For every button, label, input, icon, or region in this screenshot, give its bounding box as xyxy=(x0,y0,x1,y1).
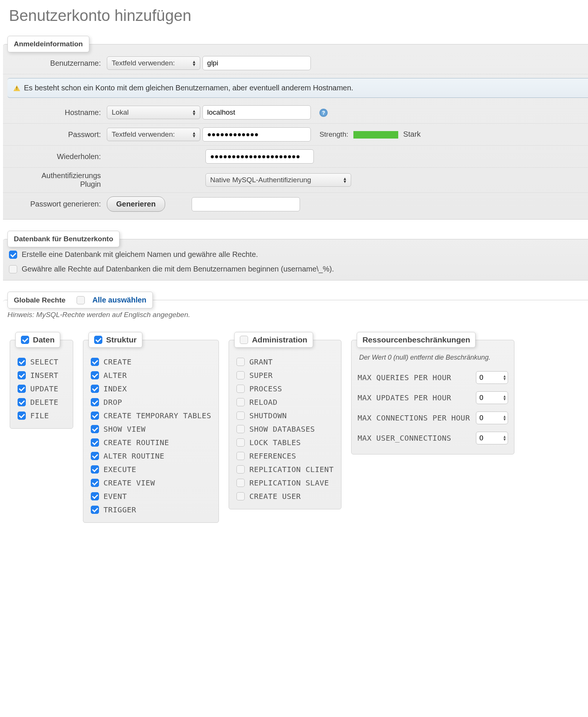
create-same-db-checkbox[interactable] xyxy=(9,251,17,259)
structure-priv-checkbox-4[interactable] xyxy=(91,412,99,420)
structure-priv-checkbox-9[interactable] xyxy=(91,479,99,487)
priv-item: SHOW VIEW xyxy=(89,422,213,436)
priv-item: CREATE USER xyxy=(235,490,335,503)
admin-group-legend: Administration xyxy=(234,332,313,348)
structure-group: StrukturCREATEALTERINDEXDROPCREATE TEMPO… xyxy=(83,340,219,523)
structure-priv-checkbox-11[interactable] xyxy=(91,506,99,514)
priv-item-label: INSERT xyxy=(30,371,58,380)
resource-limit-note: Der Wert 0 (null) entfernt die Beschränk… xyxy=(358,348,508,367)
help-icon[interactable]: ? xyxy=(319,109,328,117)
priv-item-label: UPDATE xyxy=(30,384,58,393)
admin-priv-checkbox-4[interactable] xyxy=(236,412,245,420)
structure-group-legend: Struktur xyxy=(89,332,142,348)
structure-priv-checkbox-5[interactable] xyxy=(91,425,99,433)
priv-item-label: CREATE xyxy=(103,357,131,366)
admin-priv-checkbox-8[interactable] xyxy=(236,465,245,474)
priv-item: CREATE VIEW xyxy=(89,476,213,490)
priv-item-label: CREATE USER xyxy=(249,492,301,501)
structure-priv-checkbox-1[interactable] xyxy=(91,371,99,379)
priv-item: DELETE xyxy=(16,395,67,409)
resource-limit-label: MAX USER_CONNECTIONS xyxy=(358,434,451,443)
strength-bar xyxy=(353,131,398,139)
structure-priv-checkbox-6[interactable] xyxy=(91,438,99,447)
priv-item-label: REPLICATION SLAVE xyxy=(249,478,329,487)
structure-priv-checkbox-2[interactable] xyxy=(91,385,99,393)
hostname-label: Hostname: xyxy=(3,102,104,124)
password-select[interactable]: Textfeld verwenden: ▲▼ xyxy=(107,128,200,141)
password-label: Passwort: xyxy=(3,124,104,146)
retype-label: Wiederholen: xyxy=(3,146,104,168)
priv-item: INSERT xyxy=(16,369,67,382)
priv-item-label: SHUTDOWN xyxy=(249,411,287,420)
select-arrows-icon: ▲▼ xyxy=(192,60,196,66)
priv-item: GRANT xyxy=(235,355,335,369)
data-group: DatenSELECTINSERTUPDATEDELETEFILE xyxy=(10,340,73,429)
priv-item-label: REPLICATION CLIENT xyxy=(249,465,334,474)
priv-item: DROP xyxy=(89,395,213,409)
login-info-legend: Anmeldeinformation xyxy=(7,36,89,52)
select-arrows-icon: ▲▼ xyxy=(192,109,196,115)
priv-item: LOCK TABLES xyxy=(235,436,335,449)
password-input[interactable] xyxy=(202,127,311,142)
data-priv-checkbox-3[interactable] xyxy=(18,398,26,406)
data-group-checkbox[interactable] xyxy=(21,336,29,344)
structure-priv-checkbox-3[interactable] xyxy=(91,398,99,406)
structure-group-checkbox[interactable] xyxy=(94,336,102,344)
admin-priv-checkbox-10[interactable] xyxy=(236,492,245,500)
resource-limit-label: MAX CONNECTIONS PER HOUR xyxy=(358,413,470,422)
admin-priv-checkbox-9[interactable] xyxy=(236,479,245,487)
auth-plugin-select[interactable]: Native MySQL-Authentifizierung ▲▼ xyxy=(205,173,351,187)
priv-item-label: SHOW DATABASES xyxy=(249,425,315,434)
admin-priv-checkbox-0[interactable] xyxy=(236,358,245,366)
priv-item-label: ALTER xyxy=(103,371,127,380)
stepper-arrows-icon[interactable]: ▲▼ xyxy=(504,415,506,421)
structure-priv-checkbox-8[interactable] xyxy=(91,465,99,474)
generated-password-input[interactable] xyxy=(192,197,300,211)
hostname-input[interactable] xyxy=(202,105,311,120)
admin-priv-checkbox-7[interactable] xyxy=(236,452,245,460)
username-input[interactable] xyxy=(202,56,311,70)
priv-item: FILE xyxy=(16,409,67,422)
admin-priv-checkbox-3[interactable] xyxy=(236,398,245,406)
grant-wildcard-checkbox[interactable] xyxy=(9,265,17,273)
admin-priv-checkbox-2[interactable] xyxy=(236,385,245,393)
priv-item: REPLICATION CLIENT xyxy=(235,463,335,476)
data-priv-checkbox-2[interactable] xyxy=(18,385,26,393)
priv-item: CREATE xyxy=(89,355,213,369)
resource-limit-row: MAX CONNECTIONS PER HOUR▲▼ xyxy=(358,408,508,428)
select-all-checkbox[interactable] xyxy=(77,296,85,304)
priv-item-label: TRIGGER xyxy=(103,505,136,514)
priv-item: ALTER xyxy=(89,369,213,382)
priv-item-label: INDEX xyxy=(103,384,127,393)
username-select[interactable]: Textfeld verwenden: ▲▼ xyxy=(107,56,200,70)
retype-input[interactable] xyxy=(205,149,314,164)
user-db-fieldset: Datenbank für Benutzerkonto Erstelle ein… xyxy=(3,231,588,280)
stepper-arrows-icon[interactable]: ▲▼ xyxy=(504,435,506,441)
priv-item: RELOAD xyxy=(235,395,335,409)
resource-limit-label: MAX QUERIES PER HOUR xyxy=(358,373,451,382)
global-rights-fieldset: Globale Rechte Alle auswählen Hinweis: M… xyxy=(3,292,588,542)
structure-priv-checkbox-10[interactable] xyxy=(91,492,99,500)
stepper-arrows-icon[interactable]: ▲▼ xyxy=(504,395,506,401)
structure-priv-checkbox-0[interactable] xyxy=(91,358,99,366)
hostname-select[interactable]: Lokal ▲▼ xyxy=(107,106,200,119)
admin-priv-checkbox-5[interactable] xyxy=(236,425,245,433)
priv-item-label: ALTER ROUTINE xyxy=(103,451,164,460)
priv-item-label: EXECUTE xyxy=(103,465,136,474)
data-priv-checkbox-1[interactable] xyxy=(18,371,26,379)
data-priv-checkbox-4[interactable] xyxy=(18,412,26,420)
priv-item: CREATE ROUTINE xyxy=(89,436,213,449)
admin-priv-checkbox-1[interactable] xyxy=(236,371,245,379)
admin-group-checkbox[interactable] xyxy=(240,336,248,344)
structure-priv-checkbox-7[interactable] xyxy=(91,452,99,460)
admin-priv-checkbox-6[interactable] xyxy=(236,438,245,447)
auth-plugin-label: Authentifizierungs Plugin xyxy=(3,168,104,193)
priv-item: SUPER xyxy=(235,369,335,382)
data-priv-checkbox-0[interactable] xyxy=(18,358,26,366)
select-all-link[interactable]: Alle auswählen xyxy=(92,296,146,304)
generate-button[interactable]: Generieren xyxy=(107,196,165,212)
stepper-arrows-icon[interactable]: ▲▼ xyxy=(504,375,506,381)
data-group-title: Daten xyxy=(33,335,55,344)
resource-limit-label: MAX UPDATES PER HOUR xyxy=(358,393,451,402)
priv-item-label: RELOAD xyxy=(249,398,277,407)
